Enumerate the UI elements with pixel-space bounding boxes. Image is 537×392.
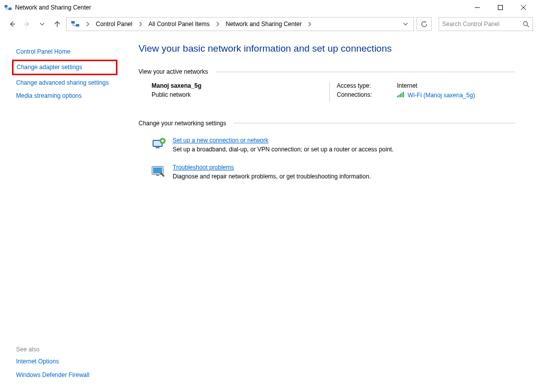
maximize-button[interactable]	[489, 0, 512, 15]
sidebar: Control Panel Home Change adapter settin…	[0, 33, 123, 392]
svg-rect-10	[76, 24, 79, 27]
arrow-left-icon	[8, 20, 16, 28]
change-settings-header: Change your networking settings	[139, 120, 515, 127]
section-label: Change your networking settings	[139, 120, 226, 127]
see-also-windows-defender-firewall[interactable]: Windows Defender Firewall	[16, 368, 113, 382]
page-title: View your basic network information and …	[139, 43, 515, 54]
forward-button[interactable]	[21, 18, 33, 30]
maximize-icon	[498, 5, 503, 10]
arrow-up-icon	[53, 20, 61, 28]
svg-rect-0	[5, 5, 8, 8]
section-label: View your active networks	[139, 68, 208, 75]
up-button[interactable]	[51, 18, 63, 30]
svg-line-12	[527, 25, 529, 27]
chevron-down-icon	[403, 22, 408, 27]
breadcrumb-control-panel[interactable]: Control Panel	[94, 20, 135, 29]
highlight-box: Change adapter settings	[12, 60, 117, 75]
close-button[interactable]	[512, 0, 535, 15]
svg-rect-18	[153, 167, 162, 173]
refresh-button[interactable]	[417, 17, 432, 31]
app-icon	[4, 4, 12, 12]
main-content: View your basic network information and …	[123, 33, 537, 392]
minimize-button[interactable]	[466, 0, 489, 15]
chevron-down-icon	[40, 22, 45, 27]
active-networks-header: View your active networks	[139, 68, 515, 75]
active-networks-panel: Manoj saxena_5g Public network Access ty…	[139, 82, 515, 102]
svg-rect-15	[156, 147, 160, 148]
close-icon	[521, 5, 526, 10]
sidebar-change-adapter-settings[interactable]: Change adapter settings	[17, 63, 113, 72]
window-title: Network and Sharing Center	[15, 4, 91, 11]
breadcrumb-network-sharing[interactable]: Network and Sharing Center	[224, 20, 304, 29]
connection-link[interactable]: Wi-Fi (Manoj saxena_5g)	[408, 89, 475, 101]
address-bar[interactable]: Control Panel All Control Panel Items Ne…	[66, 17, 414, 31]
address-dropdown-button[interactable]	[399, 22, 412, 27]
svg-rect-9	[71, 21, 75, 24]
breadcrumb-all-items[interactable]: All Control Panel Items	[147, 20, 212, 29]
setup-connection-desc: Set up a broadband, dial-up, or VPN conn…	[173, 146, 393, 153]
search-box[interactable]	[439, 17, 533, 31]
sidebar-media-streaming-options[interactable]: Media streaming options	[16, 89, 113, 103]
divider	[215, 72, 515, 72]
arrow-right-icon	[23, 20, 31, 28]
see-also-label: See also	[16, 343, 113, 355]
refresh-icon	[421, 21, 428, 28]
access-type-label: Access type:	[337, 82, 383, 89]
setup-connection-item: Set up a new connection or network Set u…	[139, 134, 515, 161]
see-also-internet-options[interactable]: Internet Options	[16, 355, 113, 368]
setup-connection-link[interactable]: Set up a new connection or network	[173, 137, 393, 144]
search-icon[interactable]	[522, 21, 529, 28]
troubleshoot-item: Troubleshoot problems Diagnose and repai…	[139, 161, 515, 188]
divider	[329, 82, 330, 102]
minimize-icon	[475, 5, 480, 10]
divider	[233, 123, 515, 123]
svg-point-11	[523, 22, 527, 26]
svg-rect-19	[156, 175, 159, 176]
search-input[interactable]	[442, 21, 519, 28]
troubleshoot-desc: Diagnose and repair network problems, or…	[173, 173, 371, 180]
troubleshoot-link[interactable]: Troubleshoot problems	[173, 164, 371, 171]
troubleshoot-icon	[151, 164, 167, 180]
network-type: Public network	[152, 91, 322, 98]
setup-connection-icon	[151, 137, 167, 153]
address-icon	[71, 20, 80, 29]
sidebar-control-panel-home[interactable]: Control Panel Home	[16, 45, 113, 59]
back-button[interactable]	[6, 18, 18, 30]
access-type-value: Internet	[397, 82, 418, 89]
svg-rect-1	[9, 8, 12, 10]
nav-bar: Control Panel All Control Panel Items Ne…	[0, 15, 537, 33]
chevron-right-icon[interactable]	[137, 22, 145, 27]
network-name: Manoj saxena_5g	[152, 82, 322, 89]
sidebar-change-advanced-sharing[interactable]: Change advanced sharing settings	[16, 76, 113, 90]
chevron-right-icon[interactable]	[306, 22, 314, 27]
connections-label: Connections:	[337, 91, 383, 100]
wifi-signal-icon	[397, 91, 404, 97]
chevron-right-icon[interactable]	[214, 22, 222, 27]
chevron-right-icon[interactable]	[84, 22, 92, 27]
title-bar: Network and Sharing Center	[0, 0, 537, 15]
recent-locations-button[interactable]	[36, 18, 48, 30]
svg-rect-3	[498, 6, 503, 10]
